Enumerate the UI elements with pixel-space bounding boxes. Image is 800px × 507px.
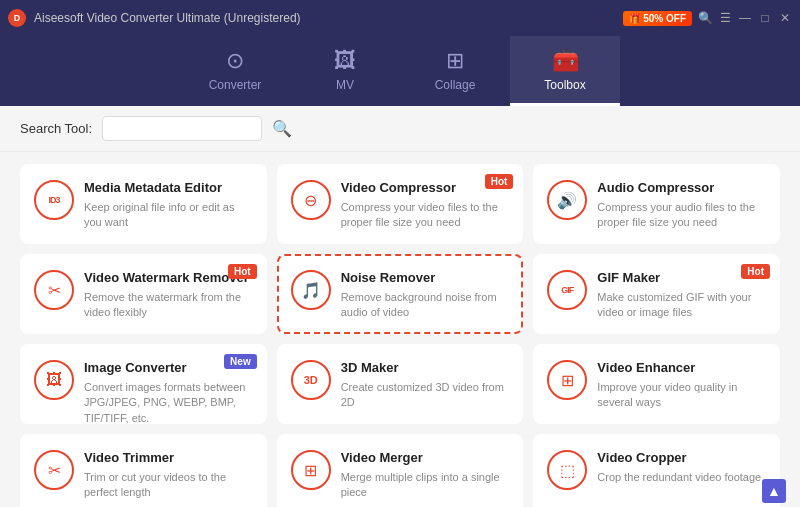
search-bar: Search Tool: 🔍 <box>0 106 800 152</box>
search-label: Search Tool: <box>20 121 92 136</box>
tool-card-video-cropper[interactable]: ⬚Video CropperCrop the redundant video f… <box>533 434 780 507</box>
tab-collage-label: Collage <box>435 78 476 92</box>
tool-card-audio-compressor[interactable]: 🔊Audio CompressorCompress your audio fil… <box>533 164 780 244</box>
tool-icon-video-watermark-remover: ✂ <box>34 270 74 310</box>
search-button[interactable]: 🔍 <box>272 119 292 138</box>
badge-video-watermark-remover: Hot <box>228 264 257 279</box>
tool-info-image-converter: Image ConverterConvert images formats be… <box>84 360 253 426</box>
tool-icon-video-enhancer: ⊞ <box>547 360 587 400</box>
tools-grid: ID3Media Metadata EditorKeep original fi… <box>0 152 800 507</box>
tool-icon-media-metadata-editor: ID3 <box>34 180 74 220</box>
tool-desc-noise-remover: Remove background noise from audio of vi… <box>341 290 510 321</box>
tool-icon-noise-remover: 🎵 <box>291 270 331 310</box>
tool-card-video-merger[interactable]: ⊞Video MergerMerge multiple clips into a… <box>277 434 524 507</box>
minimize-button[interactable]: — <box>738 11 752 25</box>
tool-card-3d-maker[interactable]: 3D3D MakerCreate customized 3D video fro… <box>277 344 524 424</box>
converter-icon: ⊙ <box>226 48 244 74</box>
tool-info-video-watermark-remover: Video Watermark RemoverRemove the waterm… <box>84 270 253 321</box>
tool-info-media-metadata-editor: Media Metadata EditorKeep original file … <box>84 180 253 231</box>
menu-icon[interactable]: ☰ <box>718 11 732 25</box>
search-input[interactable] <box>102 116 262 141</box>
tool-info-video-trimmer: Video TrimmerTrim or cut your videos to … <box>84 450 253 501</box>
app-title: Aiseesoft Video Converter Ultimate (Unre… <box>34 11 301 25</box>
tool-info-noise-remover: Noise RemoverRemove background noise fro… <box>341 270 510 321</box>
tab-mv[interactable]: 🖼 MV <box>290 36 400 106</box>
tool-icon-image-converter: 🖼 <box>34 360 74 400</box>
tool-desc-3d-maker: Create customized 3D video from 2D <box>341 380 510 411</box>
tool-card-video-trimmer[interactable]: ✂Video TrimmerTrim or cut your videos to… <box>20 434 267 507</box>
badge-gif-maker: Hot <box>741 264 770 279</box>
tool-desc-video-cropper: Crop the redundant video footage <box>597 470 766 485</box>
tool-card-image-converter[interactable]: 🖼Image ConverterConvert images formats b… <box>20 344 267 424</box>
tool-title-video-merger: Video Merger <box>341 450 510 467</box>
tool-icon-video-cropper: ⬚ <box>547 450 587 490</box>
tool-icon-video-merger: ⊞ <box>291 450 331 490</box>
tool-card-gif-maker[interactable]: GIFGIF MakerMake customized GIF with you… <box>533 254 780 334</box>
tab-converter[interactable]: ⊙ Converter <box>180 36 290 106</box>
tool-icon-video-compressor: ⊖ <box>291 180 331 220</box>
tool-desc-video-trimmer: Trim or cut your videos to the perfect l… <box>84 470 253 501</box>
nav-bar: ⊙ Converter 🖼 MV ⊞ Collage 🧰 Toolbox <box>0 36 800 106</box>
tab-toolbox-label: Toolbox <box>544 78 585 92</box>
close-button[interactable]: ✕ <box>778 11 792 25</box>
app-window: D Aiseesoft Video Converter Ultimate (Un… <box>0 0 800 507</box>
search-titlebar-icon[interactable]: 🔍 <box>698 11 712 25</box>
tool-card-video-compressor[interactable]: ⊖Video CompressorCompress your video fil… <box>277 164 524 244</box>
tool-desc-video-watermark-remover: Remove the watermark from the video flex… <box>84 290 253 321</box>
tool-icon-audio-compressor: 🔊 <box>547 180 587 220</box>
tool-info-video-cropper: Video CropperCrop the redundant video fo… <box>597 450 766 485</box>
tool-title-audio-compressor: Audio Compressor <box>597 180 766 197</box>
tool-title-video-trimmer: Video Trimmer <box>84 450 253 467</box>
tool-desc-video-compressor: Compress your video files to the proper … <box>341 200 510 231</box>
toolbox-icon: 🧰 <box>552 48 579 74</box>
tool-desc-video-merger: Merge multiple clips into a single piece <box>341 470 510 501</box>
tool-desc-media-metadata-editor: Keep original file info or edit as you w… <box>84 200 253 231</box>
tool-card-media-metadata-editor[interactable]: ID3Media Metadata EditorKeep original fi… <box>20 164 267 244</box>
tool-title-video-enhancer: Video Enhancer <box>597 360 766 377</box>
maximize-button[interactable]: □ <box>758 11 772 25</box>
tool-info-3d-maker: 3D MakerCreate customized 3D video from … <box>341 360 510 411</box>
title-bar-left: D Aiseesoft Video Converter Ultimate (Un… <box>8 9 301 27</box>
tab-converter-label: Converter <box>209 78 262 92</box>
tool-icon-3d-maker: 3D <box>291 360 331 400</box>
tool-desc-image-converter: Convert images formats between JPG/JPEG,… <box>84 380 253 426</box>
discount-badge[interactable]: 50% OFF <box>623 11 692 26</box>
tab-toolbox[interactable]: 🧰 Toolbox <box>510 36 620 106</box>
tool-title-media-metadata-editor: Media Metadata Editor <box>84 180 253 197</box>
tool-card-video-enhancer[interactable]: ⊞Video EnhancerImprove your video qualit… <box>533 344 780 424</box>
tool-card-video-watermark-remover[interactable]: ✂Video Watermark RemoverRemove the water… <box>20 254 267 334</box>
tool-info-video-merger: Video MergerMerge multiple clips into a … <box>341 450 510 501</box>
tool-icon-gif-maker: GIF <box>547 270 587 310</box>
tool-title-video-cropper: Video Cropper <box>597 450 766 467</box>
tool-info-video-enhancer: Video EnhancerImprove your video quality… <box>597 360 766 411</box>
title-bar: D Aiseesoft Video Converter Ultimate (Un… <box>0 0 800 36</box>
tool-title-noise-remover: Noise Remover <box>341 270 510 287</box>
tab-mv-label: MV <box>336 78 354 92</box>
scroll-top-button[interactable]: ▲ <box>762 479 786 503</box>
tool-desc-audio-compressor: Compress your audio files to the proper … <box>597 200 766 231</box>
tab-collage[interactable]: ⊞ Collage <box>400 36 510 106</box>
tool-card-noise-remover[interactable]: 🎵Noise RemoverRemove background noise fr… <box>277 254 524 334</box>
app-logo: D <box>8 9 26 27</box>
tool-icon-video-trimmer: ✂ <box>34 450 74 490</box>
badge-video-compressor: Hot <box>485 174 514 189</box>
tool-title-3d-maker: 3D Maker <box>341 360 510 377</box>
title-bar-right: 50% OFF 🔍 ☰ — □ ✕ <box>623 11 792 26</box>
collage-icon: ⊞ <box>446 48 464 74</box>
tool-desc-gif-maker: Make customized GIF with your video or i… <box>597 290 766 321</box>
tool-info-audio-compressor: Audio CompressorCompress your audio file… <box>597 180 766 231</box>
badge-image-converter: New <box>224 354 257 369</box>
mv-icon: 🖼 <box>334 48 356 74</box>
tool-desc-video-enhancer: Improve your video quality in several wa… <box>597 380 766 411</box>
tool-info-video-compressor: Video CompressorCompress your video file… <box>341 180 510 231</box>
